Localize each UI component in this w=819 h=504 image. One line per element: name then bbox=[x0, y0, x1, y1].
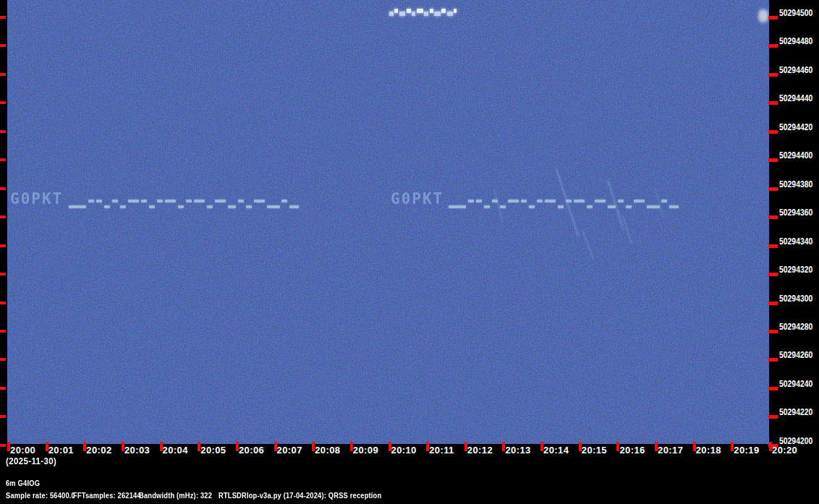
fft-samples-label: FFTsamples: 262144 bbox=[73, 491, 141, 500]
fskcw-dash bbox=[186, 200, 192, 202]
fskcw-dash bbox=[484, 205, 490, 208]
strong-signal-dash bbox=[434, 12, 441, 16]
doppler-streak bbox=[556, 168, 580, 237]
time-axis-label: 20:20 bbox=[772, 445, 797, 456]
signal-overlays: G0PKTG0PKT bbox=[7, 0, 769, 444]
fskcw-dash bbox=[595, 200, 606, 202]
fskcw-dash bbox=[69, 205, 86, 208]
app-version-label: RTLSDRlop-v3a.py (17-04-2024): QRSS rece… bbox=[218, 491, 381, 500]
fskcw-dash bbox=[157, 200, 163, 202]
strong-signal-dash bbox=[430, 9, 433, 13]
freq-axis-label: 50294500 bbox=[779, 7, 812, 18]
strong-signal-dash bbox=[389, 12, 394, 16]
time-axis-label: 20:04 bbox=[163, 445, 188, 456]
time-axis-label: 20:19 bbox=[734, 445, 759, 456]
fskcw-dash bbox=[141, 200, 147, 202]
edge-bright-blob bbox=[758, 9, 768, 22]
time-axis-label: 20:14 bbox=[543, 445, 569, 456]
left-freq-tick bbox=[0, 44, 6, 47]
fskcw-dash bbox=[545, 200, 556, 202]
date-label: (2025-11-30) bbox=[6, 456, 56, 466]
bandwidth-label: Bandwidth (mHz): 322 bbox=[139, 491, 212, 500]
fskcw-dash bbox=[476, 200, 482, 202]
fskcw-dash bbox=[88, 200, 94, 202]
freq-tick bbox=[768, 215, 778, 219]
fskcw-dash bbox=[215, 200, 226, 202]
left-freq-tick bbox=[0, 358, 6, 361]
freq-tick bbox=[768, 387, 778, 390]
fskcw-dash bbox=[120, 205, 126, 208]
fskcw-dash bbox=[281, 200, 287, 202]
freq-tick bbox=[768, 44, 778, 48]
callsign-trace-text: G0PKT bbox=[391, 190, 444, 208]
fskcw-dash bbox=[468, 200, 474, 202]
left-freq-tick bbox=[0, 16, 6, 19]
strong-signal-dash bbox=[454, 9, 457, 13]
freq-axis-label: 50294300 bbox=[779, 292, 812, 303]
fskcw-dash bbox=[521, 200, 527, 202]
strong-signal-dash bbox=[417, 9, 423, 13]
time-axis-label: 20:10 bbox=[391, 445, 417, 456]
freq-tick bbox=[768, 101, 778, 105]
left-freq-tick bbox=[0, 130, 6, 133]
time-axis-label: 20:09 bbox=[353, 445, 378, 456]
freq-axis-label: 50294280 bbox=[779, 320, 812, 331]
left-freq-tick bbox=[0, 444, 6, 447]
fskcw-dash bbox=[587, 205, 593, 208]
callsign-trace-text: G0PKT bbox=[10, 190, 63, 208]
fskcw-dash bbox=[558, 205, 564, 208]
fskcw-dash bbox=[178, 205, 184, 208]
time-axis-label: 20:11 bbox=[429, 445, 454, 456]
fskcw-dash bbox=[634, 200, 645, 202]
fskcw-dash bbox=[529, 205, 535, 208]
strong-signal-dash bbox=[441, 9, 446, 13]
fskcw-dash bbox=[449, 205, 466, 208]
left-freq-tick bbox=[0, 187, 6, 190]
left-freq-tick bbox=[0, 302, 6, 304]
strong-signal-dash bbox=[412, 12, 415, 16]
left-freq-tick bbox=[0, 273, 6, 276]
fskcw-dash bbox=[618, 200, 624, 202]
fskcw-dash bbox=[128, 200, 139, 202]
left-freq-tick bbox=[0, 244, 6, 247]
freq-axis-label: 50294360 bbox=[779, 207, 812, 218]
fskcw-dash bbox=[96, 200, 102, 202]
left-freq-tick bbox=[0, 415, 6, 418]
fskcw-dash bbox=[661, 200, 667, 202]
strong-signal-dash bbox=[447, 12, 453, 16]
doppler-streak bbox=[582, 231, 594, 260]
fskcw-dash bbox=[238, 200, 244, 202]
fskcw-dash bbox=[500, 205, 506, 208]
fskcw-dash bbox=[254, 200, 265, 202]
fskcw-dash bbox=[289, 205, 299, 208]
station-label: 6m G4IOG bbox=[6, 479, 40, 487]
fskcw-dash bbox=[647, 205, 660, 208]
fskcw-dash bbox=[207, 205, 213, 208]
freq-axis-label: 50294260 bbox=[779, 349, 812, 360]
fskcw-dash bbox=[246, 205, 252, 208]
time-axis-label: 20:00 bbox=[10, 445, 35, 456]
freq-tick bbox=[768, 358, 778, 362]
freq-tick bbox=[768, 158, 778, 162]
freq-axis-label: 50294380 bbox=[779, 178, 812, 189]
time-axis-label: 20:16 bbox=[619, 445, 645, 456]
doppler-streak bbox=[655, 188, 663, 216]
left-freq-tick bbox=[0, 330, 6, 333]
time-axis-label: 20:06 bbox=[239, 445, 264, 456]
freq-axis-label: 50294400 bbox=[779, 150, 812, 161]
fskcw-dash bbox=[267, 205, 280, 208]
strong-signal-dash bbox=[424, 12, 428, 16]
left-freq-tick bbox=[0, 387, 6, 390]
freq-axis-label: 50294220 bbox=[779, 406, 812, 417]
freq-tick bbox=[768, 302, 778, 305]
fskcw-dash bbox=[228, 205, 236, 208]
time-axis-label: 20:17 bbox=[658, 445, 683, 456]
fskcw-dash bbox=[669, 205, 679, 208]
time-axis-label: 20:07 bbox=[277, 445, 302, 456]
freq-axis-label: 50294340 bbox=[779, 235, 812, 246]
freq-axis-label: 50294240 bbox=[779, 377, 812, 388]
left-freq-tick bbox=[0, 158, 6, 161]
freq-tick bbox=[768, 244, 778, 248]
freq-axis-label: 50294480 bbox=[779, 35, 812, 46]
left-freq-tick bbox=[0, 73, 6, 76]
